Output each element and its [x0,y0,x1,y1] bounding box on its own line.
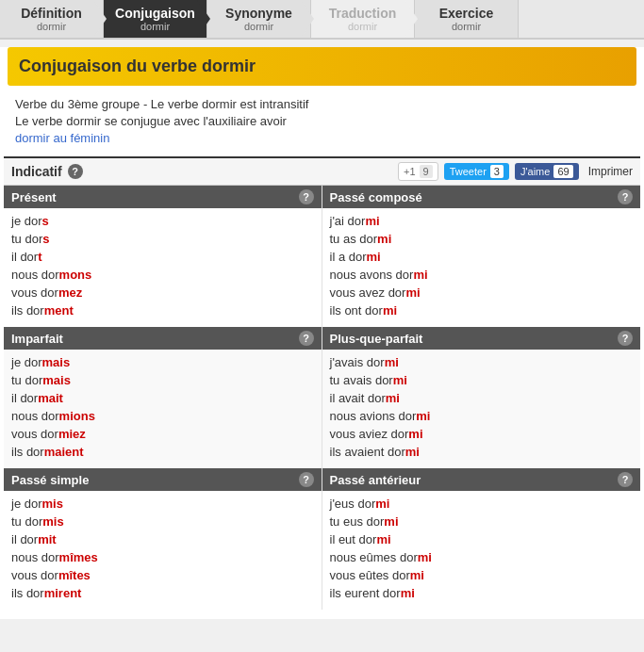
tweet-label: Tweeter [450,166,487,177]
tab-exercice-verb: dormir [452,21,481,32]
ps-form-4: vous dormîtes [11,566,314,584]
imparfait-header: Imparfait ? [4,327,322,350]
pc-form-0: j'ai dormi [330,212,634,230]
pc-form-1: tu as dormi [330,230,634,248]
page-header: Conjugaison du verbe dormir [8,47,636,86]
imparfait-label: Imparfait [11,332,63,346]
passe-simple-col: Passé simple ? je dormis tu dormis il do… [4,468,322,610]
present-help-icon[interactable]: ? [299,189,314,204]
tab-definition[interactable]: Définition dormir [0,0,104,38]
tab-synonyme[interactable]: Synonyme dormir [207,0,311,38]
ps-form-0: je dormis [11,495,314,513]
imparfait-help-icon[interactable]: ? [299,331,314,346]
present-form-2: il dort [11,248,314,266]
tab-definition-label: Définition [21,6,82,21]
ps-form-2: il dormit [11,530,314,548]
pc-form-2: il a dormi [330,248,634,266]
imp-form-3: nous dormions [11,407,314,425]
passe-compose-help-icon[interactable]: ? [618,189,633,204]
present-form-3: nous dormons [11,266,314,284]
imp-form-0: je dormais [11,353,314,371]
pqp-label: Plus-que-parfait [330,332,423,346]
passe-simple-forms: je dormis tu dormis il dormit nous dormî… [4,491,322,610]
pqp-col: Plus-que-parfait ? j'avais dormi tu avai… [322,327,641,468]
like-label: J'aime [520,166,550,177]
pqp-form-3: nous avions dormi [330,407,634,425]
present-form-4: vous dormez [11,284,314,302]
imp-form-2: il dormait [11,389,314,407]
social-buttons: +1 9 Tweeter 3 J'aime 69 Imprimer [398,162,633,181]
like-button[interactable]: J'aime 69 [515,163,579,180]
gplus-label: +1 [404,166,416,177]
pc-form-4: vous avez dormi [330,284,634,302]
passe-anterieur-forms: j'eus dormi tu eus dormi il eut dormi no… [322,491,641,610]
tab-definition-verb: dormir [37,21,66,32]
present-label: Présent [11,190,57,204]
pc-form-3: nous avons dormi [330,266,634,284]
verb-info: Verbe du 3ème groupe - Le verbe dormir e… [8,91,636,149]
pc-form-5: ils ont dormi [330,302,634,319]
pqp-help-icon[interactable]: ? [618,331,633,346]
tab-synonyme-verb: dormir [244,21,273,32]
tweet-count: 3 [490,165,504,178]
present-header: Présent ? [4,186,322,208]
pqp-form-4: vous aviez dormi [330,425,634,443]
gplus-count: 9 [420,165,433,178]
pqp-form-2: il avait dormi [330,389,634,407]
passe-compose-col: Passé composé ? j'ai dormi tu as dormi i… [322,186,641,327]
passe-compose-label: Passé composé [330,190,422,204]
passe-anterieur-col: Passé antérieur ? j'eus dormi tu eus dor… [322,468,641,610]
verb-feminin-link[interactable]: dormir au féminin [15,131,109,145]
mode-title: Indicatif [11,164,62,179]
conjugation-table: Présent ? je dors tu dors il dort nous d… [4,186,640,610]
indicatif-help-icon[interactable]: ? [68,164,83,179]
tab-traduction-verb: dormir [348,21,377,32]
passe-compose-forms: j'ai dormi tu as dormi il a dormi nous a… [322,208,641,327]
tab-conjugaison-verb: dormir [140,21,170,32]
imp-form-4: vous dormiez [11,425,314,443]
tab-conjugaison[interactable]: Conjugaison dormir [104,0,207,38]
ps-form-5: ils dormirent [11,584,314,602]
pqp-form-5: ils avaient dormi [330,443,634,461]
tab-conjugaison-label: Conjugaison [115,6,195,21]
pqp-header: Plus-que-parfait ? [322,327,641,350]
present-form-5: ils dorment [11,302,314,319]
pqp-form-0: j'avais dormi [330,353,634,371]
tab-traduction-label: Traduction [329,6,397,21]
imp-form-1: tu dormais [11,371,314,389]
imparfait-forms: je dormais tu dormais il dormait nous do… [4,350,322,468]
pqp-form-1: tu avais dormi [330,371,634,389]
present-col: Présent ? je dors tu dors il dort nous d… [4,186,322,327]
tab-exercice[interactable]: Exercice dormir [415,0,519,38]
passe-anterieur-label: Passé antérieur [330,473,421,487]
present-form-0: je dors [11,212,314,230]
print-button[interactable]: Imprimer [588,165,633,178]
ps-form-3: nous dormîmes [11,548,314,566]
passe-simple-label: Passé simple [11,473,89,487]
pa-form-3: nous eûmes dormi [330,548,634,566]
main-content: Conjugaison du verbe dormir Verbe du 3èm… [0,47,644,619]
pa-form-1: tu eus dormi [330,513,634,530]
imparfait-col: Imparfait ? je dormais tu dormais il dor… [4,327,322,468]
pa-form-4: vous eûtes dormi [330,566,634,584]
like-count: 69 [553,165,572,178]
pa-form-0: j'eus dormi [330,495,634,513]
pa-form-2: il eut dormi [330,530,634,548]
verb-info-line2: Le verbe dormir se conjugue avec l'auxil… [15,114,629,128]
tab-exercice-label: Exercice [439,6,494,21]
tab-traduction: Traduction dormir [311,0,415,38]
passe-compose-header: Passé composé ? [322,186,641,208]
tab-bar: Définition dormir Conjugaison dormir Syn… [0,0,644,40]
tweet-button[interactable]: Tweeter 3 [444,163,509,180]
present-forms: je dors tu dors il dort nous dormons vou… [4,208,322,327]
passe-simple-header: Passé simple ? [4,468,322,491]
ps-form-1: tu dormis [11,513,314,530]
present-form-1: tu dors [11,230,314,248]
pa-form-5: ils eurent dormi [330,584,634,602]
verb-info-line1: Verbe du 3ème groupe - Le verbe dormir e… [15,97,629,111]
imp-form-5: ils dormaient [11,443,314,461]
mode-bar: Indicatif ? +1 9 Tweeter 3 J'aime 69 Imp… [4,156,640,186]
passe-simple-help-icon[interactable]: ? [299,472,314,487]
gplus-button[interactable]: +1 9 [398,162,438,181]
passe-anterieur-help-icon[interactable]: ? [618,472,633,487]
